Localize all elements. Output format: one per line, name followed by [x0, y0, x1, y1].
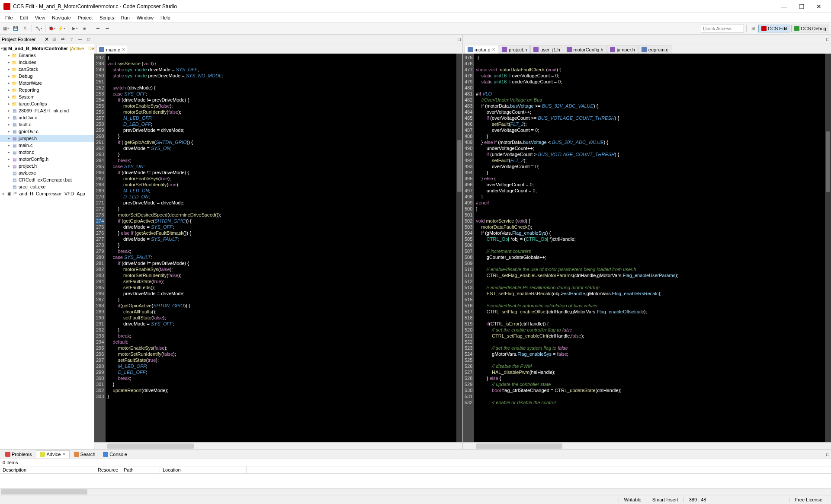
quick-access-input[interactable] — [701, 25, 744, 32]
run-button[interactable]: ▶ — [71, 24, 79, 33]
menu-run[interactable]: Run — [118, 14, 133, 21]
problems-col-description[interactable]: Description — [0, 466, 95, 473]
main-area: Project Explorer ✕ ⊟ ⇄ ▿ — □ ▾▣M_and_B_M… — [0, 35, 831, 449]
vertical-scrollbar[interactable] — [456, 54, 462, 442]
tree-item[interactable]: ▸▤project.h — [0, 163, 94, 169]
menu-navigate[interactable]: Navigate — [48, 14, 74, 21]
project-explorer-panel: Project Explorer ✕ ⊟ ⇄ ▿ — □ ▾▣M_and_B_M… — [0, 35, 94, 449]
debug-button[interactable]: 🐞 — [48, 24, 56, 33]
save-button[interactable]: 💾 — [11, 24, 20, 33]
status-bar: Writable Smart Insert 389 : 48 Free Lice… — [0, 495, 831, 504]
horizontal-scrollbar-right[interactable] — [463, 442, 831, 449]
menu-view[interactable]: View — [32, 14, 49, 21]
bottom-maximize-icon[interactable]: □ — [826, 452, 829, 457]
menu-bar: FileEditViewNavigateProjectScriptsRunWin… — [0, 13, 831, 22]
main-toolbar: ▦ 💾 ⎙ 🔨 🐞 ⚡ ▶ ■ ⬅ ➡ ⊞ CCS Edit CCS Debug — [0, 22, 831, 35]
editor-left-code[interactable]: 2472482492502512522532542552562572582592… — [94, 54, 462, 442]
tree-item[interactable]: ▸▤adcDvr.c — [0, 114, 94, 121]
tree-item[interactable]: ▸📁Debug — [0, 73, 94, 80]
menu-window[interactable]: Window — [133, 14, 157, 21]
editor-tab[interactable]: jumper.h — [607, 45, 638, 54]
tree-item[interactable]: ▤CRCedHexGenerator.bat — [0, 176, 94, 183]
open-perspective-button[interactable]: ⊞ — [749, 24, 757, 33]
app-icon — [3, 3, 10, 10]
save-all-button[interactable]: ⎙ — [21, 24, 29, 33]
maximize-view-icon[interactable]: □ — [85, 36, 92, 43]
bottom-tab-advice[interactable]: Advice ✕ — [36, 450, 69, 458]
maximize-button[interactable]: ❐ — [793, 0, 810, 13]
editor-tab[interactable]: motor.c✕ — [465, 45, 498, 54]
back-button[interactable]: ⬅ — [93, 24, 102, 33]
tree-item[interactable]: ▸▤gpioDvr.c — [0, 128, 94, 135]
problems-view: 0 items DescriptionResourcePathLocation — [0, 459, 831, 488]
bottom-panel: ProblemsAdvice ✕SearchConsole — □ 0 item… — [0, 449, 831, 488]
menu-edit[interactable]: Edit — [16, 14, 32, 21]
bottom-tab-search[interactable]: Search — [71, 451, 99, 458]
editor-tab[interactable]: user_j1.h — [530, 45, 563, 54]
editor-left-tabs: main.c✕ — [94, 44, 462, 54]
tree-item[interactable]: ▤awk.exe — [0, 169, 94, 176]
status-license: Free License — [789, 497, 828, 502]
editor-right-code[interactable]: 4754764774784794804814824834844854864874… — [463, 54, 831, 442]
editor-tab[interactable]: motorConfig.h — [564, 45, 606, 54]
editor-minimize-icon[interactable]: — — [821, 37, 825, 42]
bottom-minimize-icon[interactable]: — — [821, 452, 825, 457]
collapse-all-icon[interactable]: ⊟ — [51, 36, 58, 43]
bottom-tab-console[interactable]: Console — [99, 451, 130, 458]
project-explorer-header: Project Explorer ✕ ⊟ ⇄ ▿ — □ — [0, 35, 94, 44]
status-writable: Writable — [619, 497, 647, 502]
menu-help[interactable]: Help — [157, 14, 174, 21]
main-horizontal-scrollbar[interactable] — [0, 488, 831, 495]
view-close-icon[interactable]: ✕ — [45, 36, 49, 42]
link-editor-icon[interactable]: ⇄ — [59, 36, 66, 43]
perspective-ccs-debug[interactable]: CCS Debug — [791, 25, 829, 32]
view-menu-icon[interactable]: ▿ — [68, 36, 75, 43]
tree-item[interactable]: ▸📁Binaries — [0, 52, 94, 59]
tree-item[interactable]: ▸📁targetConfigs — [0, 100, 94, 107]
minimize-button[interactable]: — — [776, 0, 793, 13]
tree-item[interactable]: ▸▤main.c — [0, 142, 94, 149]
vertical-scrollbar[interactable] — [825, 54, 831, 442]
tree-item[interactable]: ▸▤fault.c — [0, 121, 94, 128]
editor-minimize-icon[interactable]: — — [452, 37, 457, 42]
editor-tab[interactable]: project.h — [499, 45, 530, 54]
editor-pane-left: — □ main.c✕ 2472482492502512522532542552… — [94, 35, 463, 449]
stop-button[interactable]: ■ — [80, 24, 89, 33]
tree-item[interactable]: ▸▤28069_FLASH_lnk.cmd — [0, 107, 94, 114]
tree-item[interactable]: ▸▤motorConfig.h — [0, 156, 94, 163]
tree-item[interactable]: ▸📁Includes — [0, 59, 94, 66]
bottom-tab-problems[interactable]: Problems — [2, 451, 35, 458]
tree-item[interactable]: ▸▣P_and_H_Compressor_VFD_App — [0, 190, 94, 197]
status-cursor-position: 389 : 48 — [683, 497, 712, 502]
problems-col-location[interactable]: Location — [160, 466, 247, 473]
perspective-ccs-edit[interactable]: CCS Edit — [758, 25, 790, 32]
tree-item[interactable]: ▸📁canStack — [0, 66, 94, 73]
tree-item[interactable]: ▸📁MotorWare — [0, 80, 94, 86]
flash-button[interactable]: ⚡ — [57, 24, 66, 33]
problems-col-path[interactable]: Path — [121, 466, 160, 473]
editor-tab[interactable]: main.c✕ — [96, 45, 128, 54]
tree-item[interactable]: ▸📁Reporting — [0, 86, 94, 93]
editor-tab[interactable]: eeprom.c — [638, 45, 671, 54]
menu-file[interactable]: File — [2, 14, 16, 21]
project-explorer-title: Project Explorer — [2, 37, 43, 42]
tree-item[interactable]: ▸▤jumper.h — [0, 135, 94, 142]
forward-button[interactable]: ➡ — [103, 24, 112, 33]
title-bar: CCS Edit - M_and_B_MotorController/motor… — [0, 0, 831, 13]
build-button[interactable]: 🔨 — [34, 24, 43, 33]
tree-item[interactable]: ▤srec_cat.exe — [0, 183, 94, 190]
tree-item[interactable]: ▾▣M_and_B_MotorController[Active - Debug… — [0, 45, 94, 52]
tree-item[interactable]: ▸▤motor.c — [0, 149, 94, 156]
minimize-view-icon[interactable]: — — [77, 36, 83, 43]
tree-item[interactable]: ▸📁System — [0, 93, 94, 100]
horizontal-scrollbar-left[interactable] — [94, 442, 462, 449]
problems-col-resource[interactable]: Resource — [95, 466, 121, 473]
problems-columns: DescriptionResourcePathLocation — [0, 466, 831, 474]
editor-maximize-icon[interactable]: □ — [458, 37, 461, 42]
close-button[interactable]: ✕ — [810, 0, 828, 13]
menu-scripts[interactable]: Scripts — [96, 14, 118, 21]
project-tree[interactable]: ▾▣M_and_B_MotorController[Active - Debug… — [0, 44, 94, 449]
new-button[interactable]: ▦ — [2, 24, 10, 33]
menu-project[interactable]: Project — [74, 14, 96, 21]
editor-maximize-icon[interactable]: □ — [826, 37, 829, 42]
